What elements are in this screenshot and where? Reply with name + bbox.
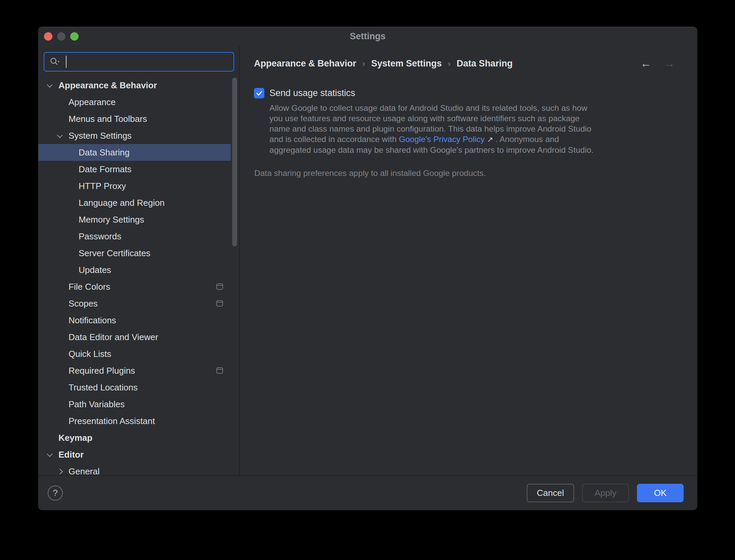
sidebar-item-passwords[interactable]: Passwords: [38, 228, 231, 245]
checkmark-icon: [255, 89, 263, 97]
per-project-settings-icon: [216, 300, 223, 307]
chevron-down-icon[interactable]: [47, 451, 53, 457]
sidebar-item-notifications[interactable]: Notifications: [38, 312, 231, 329]
titlebar[interactable]: Settings: [38, 27, 697, 46]
breadcrumb-separator-icon: ›: [448, 59, 450, 68]
search-icon[interactable]: [49, 57, 61, 66]
breadcrumb-separator-icon: ›: [362, 59, 365, 68]
sidebar-item-updates[interactable]: Updates: [38, 262, 231, 278]
send-usage-statistics-checkbox[interactable]: [254, 88, 264, 98]
sidebar-item-scopes[interactable]: Scopes: [38, 295, 231, 312]
sidebar-item-label: Server Certificates: [79, 248, 150, 259]
settings-sidebar: Appearance & BehaviorAppearanceMenus and…: [38, 46, 240, 475]
sidebar-scrollbar[interactable]: [232, 78, 237, 246]
question-mark-icon: ?: [53, 488, 57, 498]
cancel-button[interactable]: Cancel: [527, 484, 574, 502]
sidebar-item-required-plugins[interactable]: Required Plugins: [38, 362, 231, 379]
sidebar-item-label: Data Editor and Viewer: [69, 332, 158, 342]
sidebar-item-label: Quick Lists: [69, 349, 111, 359]
apply-button: Apply: [582, 484, 629, 502]
sidebar-item-label: Updates: [79, 265, 111, 275]
sidebar-item-label: Presentation Assistant: [69, 416, 155, 426]
data-sharing-note: Data sharing preferences apply to all in…: [254, 169, 684, 178]
sidebar-item-keymap[interactable]: Keymap: [38, 429, 231, 446]
sidebar-item-label: System Settings: [69, 131, 132, 141]
usage-statistics-description: Allow Google to collect usage data for A…: [269, 103, 600, 155]
help-button[interactable]: ?: [48, 485, 63, 501]
chevron-right-icon[interactable]: [57, 469, 63, 474]
sidebar-item-http-proxy[interactable]: HTTP Proxy: [38, 178, 231, 194]
sidebar-item-label: File Colors: [69, 282, 110, 292]
sidebar-item-label: Date Formats: [79, 164, 132, 175]
sidebar-item-date-formats[interactable]: Date Formats: [38, 161, 231, 178]
sidebar-item-trusted-locations[interactable]: Trusted Locations: [38, 379, 231, 396]
dialog-footer: ? Cancel Apply OK: [38, 475, 697, 510]
sidebar-item-memory-settings[interactable]: Memory Settings: [38, 211, 231, 228]
sidebar-item-label: Passwords: [79, 231, 121, 242]
per-project-settings-icon: [216, 283, 223, 290]
privacy-policy-link[interactable]: Google's Privacy Policy: [399, 135, 484, 144]
sidebar-item-menus-and-toolbars[interactable]: Menus and Toolbars: [38, 110, 231, 127]
sidebar-item-label: Language and Region: [79, 198, 165, 208]
sidebar-item-data-sharing[interactable]: Data Sharing: [38, 144, 231, 161]
sidebar-item-file-colors[interactable]: File Colors: [38, 278, 231, 295]
text-caret: [66, 56, 67, 68]
breadcrumb-system-settings[interactable]: System Settings: [371, 58, 442, 69]
settings-search-field[interactable]: [44, 52, 234, 72]
send-usage-statistics-label[interactable]: Send usage statistics: [269, 88, 355, 98]
sidebar-item-label: Menus and Toolbars: [69, 114, 147, 124]
sidebar-item-server-certificates[interactable]: Server Certificates: [38, 245, 231, 262]
sidebar-item-label: Trusted Locations: [69, 382, 138, 393]
sidebar-item-label: Appearance & Behavior: [58, 80, 157, 91]
breadcrumb: Appearance & Behavior › System Settings …: [254, 57, 684, 70]
sidebar-item-quick-lists[interactable]: Quick Lists: [38, 345, 231, 362]
chevron-down-icon[interactable]: [57, 132, 63, 138]
sidebar-item-label: Required Plugins: [69, 366, 135, 376]
sidebar-item-label: Editor: [58, 450, 84, 460]
sidebar-item-appearance-behavior[interactable]: Appearance & Behavior: [38, 77, 231, 94]
settings-content: Appearance & Behavior › System Settings …: [240, 46, 697, 475]
chevron-down-icon[interactable]: [47, 82, 53, 88]
sidebar-item-label: Memory Settings: [79, 215, 144, 225]
sidebar-item-system-settings[interactable]: System Settings: [38, 127, 231, 144]
ok-button[interactable]: OK: [637, 484, 684, 502]
sidebar-item-label: Path Variables: [69, 399, 125, 410]
breadcrumb-data-sharing: Data Sharing: [457, 58, 513, 69]
external-link-icon: ↗: [487, 135, 493, 144]
sidebar-item-label: Appearance: [69, 97, 116, 107]
sidebar-item-language-and-region[interactable]: Language and Region: [38, 194, 231, 211]
sidebar-item-label: Notifications: [69, 315, 116, 326]
sidebar-item-editor[interactable]: Editor: [38, 446, 231, 463]
sidebar-item-label: HTTP Proxy: [79, 181, 126, 191]
sidebar-item-label: Keymap: [58, 433, 92, 443]
sidebar-item-presentation-assistant[interactable]: Presentation Assistant: [38, 413, 231, 429]
sidebar-item-label: Data Sharing: [79, 147, 130, 158]
sidebar-item-appearance[interactable]: Appearance: [38, 94, 231, 110]
window-title: Settings: [38, 27, 697, 46]
send-usage-statistics-row: Send usage statistics: [254, 88, 684, 98]
sidebar-item-path-variables[interactable]: Path Variables: [38, 396, 231, 413]
sidebar-item-label: Scopes: [69, 298, 98, 309]
per-project-settings-icon: [216, 367, 223, 374]
navigate-forward-icon: →: [664, 57, 675, 70]
settings-dialog: Settings Appearance & BehaviorAppearance…: [38, 27, 697, 510]
navigate-back-icon[interactable]: ←: [640, 57, 651, 70]
sidebar-item-data-editor-and-viewer[interactable]: Data Editor and Viewer: [38, 329, 231, 345]
breadcrumb-appearance-behavior[interactable]: Appearance & Behavior: [254, 58, 356, 69]
settings-tree: Appearance & BehaviorAppearanceMenus and…: [38, 77, 231, 480]
